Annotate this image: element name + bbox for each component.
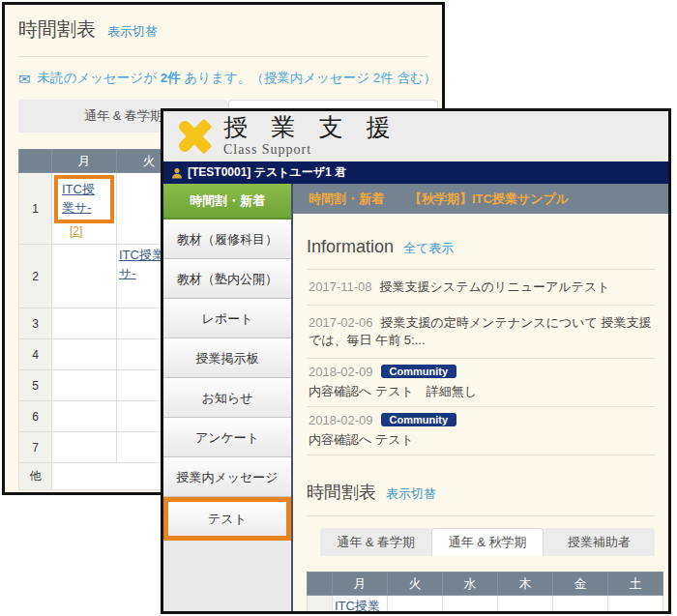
bg-grid-header-row: 月 火 — [19, 150, 182, 173]
fg-col-monday: 月 — [333, 572, 388, 596]
screenshot-stage: 時間割表 表示切替 ✉ 未読のメッセージが 2件 あります。（授業内メッセージ … — [0, 0, 677, 616]
bg-grid-corner — [19, 150, 52, 173]
fg-semester-tabs: 通年 & 春学期 通年 & 秋学期 授業補助者 — [320, 528, 655, 556]
sidebar-item-class-messages[interactable]: 授業内メッセージ — [163, 457, 291, 497]
sidebar-item-timetable-news[interactable]: 時間割・新着 — [163, 184, 291, 220]
app-subtitle: Class Support — [223, 142, 399, 158]
view-all-link[interactable]: 全て表示 — [403, 240, 454, 257]
sidebar-item-report[interactable]: レポート — [163, 299, 291, 338]
envelope-icon: ✉ — [18, 72, 31, 86]
table-row: 6 — [19, 401, 182, 432]
table-row: 3 — [19, 308, 182, 339]
period-label: 他 — [19, 463, 52, 490]
info-item[interactable]: 2017-11-08授業支援システムのリニューアルテスト — [307, 270, 655, 306]
table-row: 2 ITC授業サ- — [19, 245, 182, 308]
fg-col-tuesday: 火 — [388, 572, 443, 596]
user-bar: [TEST0001] テストユーザ1 君 — [163, 161, 668, 184]
sidebar-item-announcements[interactable]: お知らせ — [163, 378, 291, 418]
app-logo: 授 業 支 援 Class Support — [223, 115, 399, 157]
user-name: [TEST0001] テストユーザ1 君 — [188, 164, 346, 181]
period-label: 7 — [19, 432, 52, 463]
info-text: 内容確認へ テスト — [309, 431, 653, 449]
fg-col-saturday: 土 — [608, 572, 663, 596]
fg-display-toggle-link[interactable]: 表示切替 — [386, 485, 436, 503]
fg-tab-fall[interactable]: 通年 & 秋学期 — [431, 528, 543, 556]
info-item[interactable]: 2017-02-06授業支援の定時メンテナンスについて 授業支援では、毎日 午前… — [307, 306, 655, 359]
user-icon — [171, 167, 183, 179]
sidebar: 時間割・新着 教材（履修科目） 教材（塾内公開） レポート 授業掲示板 お知らせ… — [163, 184, 293, 611]
table-row: 1 ITC授業サ- [2] — [19, 173, 182, 245]
info-date: 2018-02-09 — [309, 365, 373, 379]
fg-col-friday: 金 — [553, 572, 608, 596]
orange-highlight-box: ITC授業サ- — [54, 175, 114, 223]
class-support-window: 授 業 支 援 Class Support [TEST0001] テストユーザ1… — [161, 108, 671, 614]
breadcrumb-current: 時間割・新着 — [309, 191, 384, 208]
course-link[interactable]: ITC授業サ- — [335, 598, 385, 611]
info-date: 2017-02-06 — [309, 315, 373, 330]
sidebar-item-materials-campus[interactable]: 教材（塾内公開） — [163, 259, 291, 299]
unread-count: 2件 — [161, 71, 181, 85]
period-label: 1 — [308, 596, 333, 612]
fg-grid-header-row: 月 火 水 木 金 土 — [308, 572, 663, 596]
fg-tab-assistant[interactable]: 授業補助者 — [544, 528, 655, 556]
table-row: 1 ITC授業サ- [2] — [308, 596, 663, 612]
breadcrumb: 時間割・新着 【秋学期】ITC授業サンプル — [293, 184, 668, 214]
information-title: Information — [307, 237, 394, 257]
info-date: 2017-11-08 — [309, 279, 372, 294]
sidebar-item-class-board[interactable]: 授業掲示板 — [163, 338, 291, 378]
app-title: 授 業 支 援 — [223, 115, 399, 140]
table-row: 7 — [19, 432, 182, 463]
info-item[interactable]: 2018-02-09Community 内容確認へ テスト — [307, 407, 655, 455]
table-row: 5 — [19, 370, 182, 401]
unread-message-text: 未読のメッセージが 2件 あります。（授業内メッセージ 2件 含む） — [38, 70, 437, 87]
table-row: 4 — [19, 339, 182, 370]
fg-tab-spring[interactable]: 通年 & 春学期 — [320, 528, 431, 556]
community-badge: Community — [381, 413, 457, 426]
unread-message-banner: ✉ 未読のメッセージが 2件 あります。（授業内メッセージ 2件 含む） — [18, 70, 442, 87]
sidebar-item-test[interactable]: テスト — [163, 497, 291, 541]
sidebar-item-survey[interactable]: アンケート — [163, 418, 291, 457]
bg-col-monday: 月 — [52, 150, 117, 173]
period-label: 2 — [19, 245, 52, 308]
unread-count-link[interactable]: [2] — [70, 224, 82, 238]
fg-timetable-title: 時間割表 — [307, 481, 376, 504]
period-label: 5 — [19, 370, 52, 401]
bg-timetable-grid: 月 火 1 ITC授業サ- [2] 2 — [18, 149, 182, 490]
period-label: 3 — [19, 308, 52, 339]
crossed-pens-logo-icon — [173, 116, 216, 157]
app-header: 授 業 支 援 Class Support — [163, 111, 668, 161]
period-label: 4 — [19, 339, 52, 370]
fg-timetable-grid: 月 火 水 木 金 土 1 ITC授業サ- [2] — [307, 572, 663, 611]
main-content: 時間割・新着 【秋学期】ITC授業サンプル Information 全て表示 2… — [293, 184, 668, 611]
bg-page-title: 時間割表 — [18, 16, 96, 43]
fg-col-thursday: 木 — [498, 572, 553, 596]
table-row-other: 他 — [19, 463, 182, 490]
info-text: 授業支援システムのリニューアルテスト — [380, 279, 610, 294]
period-label: 1 — [19, 173, 52, 245]
community-badge: Community — [381, 365, 457, 378]
info-item[interactable]: 2018-02-09Community 内容確認へ テスト 詳細無し — [307, 359, 655, 407]
fg-grid-corner — [308, 572, 333, 596]
info-text: 内容確認へ テスト 詳細無し — [309, 383, 653, 400]
sidebar-item-materials-enrolled[interactable]: 教材（履修科目） — [163, 220, 291, 259]
period-label: 6 — [19, 401, 52, 432]
breadcrumb-course: 【秋学期】ITC授業サンプル — [409, 191, 569, 208]
divider — [307, 515, 655, 516]
divider — [18, 56, 428, 57]
info-date: 2018-02-09 — [309, 413, 373, 427]
fg-col-wednesday: 水 — [443, 572, 498, 596]
bg-display-toggle-link[interactable]: 表示切替 — [107, 23, 158, 41]
course-link[interactable]: ITC授業サ- — [62, 181, 106, 218]
